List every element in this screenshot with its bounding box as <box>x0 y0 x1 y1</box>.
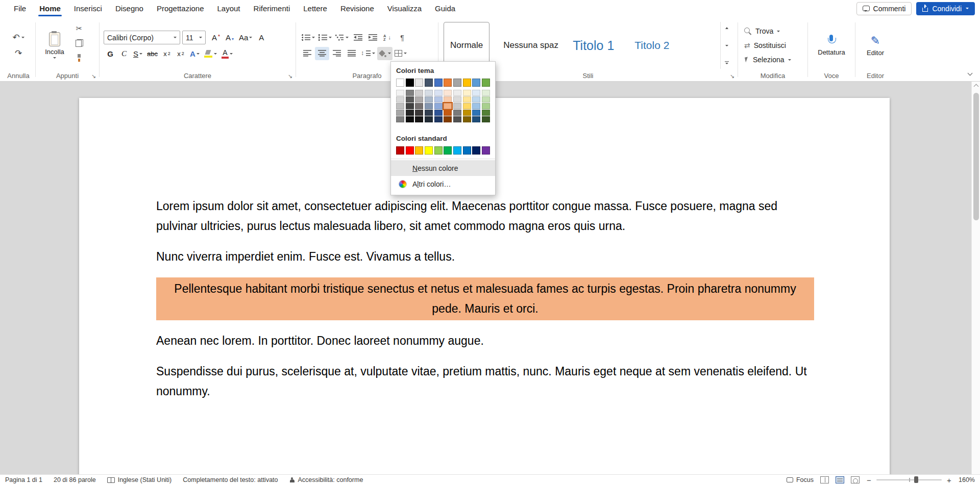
menu-tab-guida[interactable]: Guida <box>428 0 462 17</box>
more-colors-item[interactable]: Altri colori… <box>391 176 495 192</box>
shrink-font-button[interactable]: A <box>223 31 236 44</box>
clear-formatting-button[interactable]: A <box>255 31 268 44</box>
increase-indent-button[interactable] <box>365 31 380 44</box>
color-swatch[interactable] <box>406 146 414 155</box>
borders-button[interactable] <box>393 47 408 60</box>
zoom-out-button[interactable]: − <box>866 476 872 484</box>
color-swatch[interactable] <box>463 79 471 87</box>
document-paragraph[interactable]: Lorem ipsum dolor sit amet, consectetuer… <box>156 196 814 236</box>
paste-button[interactable]: Incolla <box>40 20 69 71</box>
color-swatch[interactable] <box>453 90 461 96</box>
menu-tab-progettazione[interactable]: Progettazione <box>150 0 211 17</box>
color-swatch[interactable] <box>406 90 414 96</box>
styles-scroll-down-button[interactable] <box>721 41 732 49</box>
color-swatch[interactable] <box>415 116 423 122</box>
color-swatch[interactable] <box>482 116 490 122</box>
align-center-button[interactable] <box>315 47 329 60</box>
style-nessuna-spaziatura[interactable]: Nessuna spaziatura <box>497 22 559 69</box>
color-swatch[interactable] <box>444 90 452 96</box>
scrollbar-thumb[interactable] <box>973 93 979 220</box>
color-swatch[interactable] <box>396 90 404 96</box>
style-titolo-1[interactable]: Titolo 1 <box>566 22 621 69</box>
color-swatch[interactable] <box>434 103 443 109</box>
text-effects-button[interactable]: A <box>188 47 202 60</box>
language-indicator[interactable]: Inglese (Stati Uniti) <box>107 476 172 483</box>
color-swatch[interactable] <box>406 79 414 87</box>
menu-tab-revisione[interactable]: Revisione <box>334 0 381 17</box>
print-layout-button[interactable] <box>836 476 844 483</box>
color-swatch[interactable] <box>482 146 490 155</box>
color-swatch[interactable] <box>482 103 490 109</box>
document-paragraph[interactable]: Suspendisse dui purus, scelerisque at, v… <box>156 362 814 401</box>
color-swatch[interactable] <box>444 96 452 103</box>
color-swatch[interactable] <box>415 103 423 109</box>
change-case-button[interactable]: Aa <box>237 31 254 44</box>
shading-button[interactable] <box>377 47 393 60</box>
strikethrough-button[interactable]: abc <box>145 47 160 60</box>
text-completion-indicator[interactable]: Completamento del testo: attivato <box>183 476 278 483</box>
color-swatch[interactable] <box>463 116 471 122</box>
menu-tab-inserisci[interactable]: Inserisci <box>67 0 109 17</box>
dialog-launcher-stili[interactable] <box>730 73 734 79</box>
color-swatch[interactable] <box>434 116 443 122</box>
color-swatch[interactable] <box>396 116 404 122</box>
zoom-in-button[interactable]: + <box>946 476 952 484</box>
document-paragraph[interactable]: Nunc viverra imperdiet enim. Fusce est. … <box>156 247 814 267</box>
color-swatch[interactable] <box>406 110 414 116</box>
format-painter-button[interactable] <box>71 52 87 64</box>
decrease-indent-button[interactable] <box>351 31 365 44</box>
color-swatch[interactable] <box>472 103 480 109</box>
color-swatch[interactable] <box>415 90 423 96</box>
color-swatch[interactable] <box>406 96 414 103</box>
font-size-combo[interactable]: 11 <box>182 31 206 44</box>
color-swatch[interactable] <box>453 116 461 122</box>
color-swatch[interactable] <box>472 96 480 103</box>
color-swatch[interactable] <box>425 96 433 103</box>
font-name-combo[interactable]: Calibri (Corpo) <box>104 31 180 44</box>
color-swatch[interactable] <box>415 110 423 116</box>
dialog-launcher-carattere[interactable] <box>288 73 292 79</box>
show-formatting-button[interactable] <box>395 31 409 44</box>
multilevel-list-button[interactable] <box>334 31 350 44</box>
bullet-list-button[interactable] <box>300 31 316 44</box>
color-swatch[interactable] <box>425 116 433 122</box>
color-swatch[interactable] <box>434 79 443 87</box>
color-swatch[interactable] <box>453 103 461 109</box>
font-color-button[interactable]: A <box>219 47 235 60</box>
color-swatch[interactable] <box>472 146 480 155</box>
color-swatch[interactable] <box>425 90 433 96</box>
color-swatch[interactable] <box>444 146 452 155</box>
color-swatch[interactable] <box>434 96 443 103</box>
color-swatch[interactable] <box>453 79 461 87</box>
grow-font-button[interactable]: A <box>209 31 223 44</box>
replace-button[interactable]: Sostituisci <box>742 39 803 52</box>
menu-tab-home[interactable]: Home <box>33 0 67 17</box>
select-button[interactable]: Seleziona <box>742 54 803 66</box>
menu-tab-layout[interactable]: Layout <box>211 0 247 17</box>
color-swatch[interactable] <box>463 103 471 109</box>
zoom-slider[interactable] <box>876 479 942 481</box>
undo-button[interactable] <box>8 31 29 44</box>
sort-button[interactable] <box>380 31 395 44</box>
color-swatch[interactable] <box>444 79 452 87</box>
styles-expand-button[interactable] <box>721 59 732 67</box>
document-paragraph[interactable]: Aenean nec lorem. In porttitor. Donec la… <box>156 331 814 351</box>
color-swatch[interactable] <box>425 103 433 109</box>
color-swatch[interactable] <box>434 90 443 96</box>
cut-button[interactable] <box>71 22 87 35</box>
underline-button[interactable]: S <box>131 47 144 60</box>
editor-button[interactable]: Editor <box>867 34 884 57</box>
color-swatch[interactable] <box>396 146 404 155</box>
style-titolo-2[interactable]: Titolo 2 <box>628 22 676 69</box>
menu-tab-visualizza[interactable]: Visualizza <box>381 0 428 17</box>
color-swatch[interactable] <box>463 110 471 116</box>
menu-tab-disegno[interactable]: Disegno <box>109 0 150 17</box>
numbered-list-button[interactable] <box>317 31 333 44</box>
color-swatch[interactable] <box>444 103 452 109</box>
zoom-slider-thumb[interactable] <box>914 476 918 483</box>
color-swatch[interactable] <box>472 110 480 116</box>
color-swatch[interactable] <box>396 79 404 87</box>
vertical-scrollbar[interactable] <box>971 82 980 474</box>
color-swatch[interactable] <box>482 110 490 116</box>
color-swatch[interactable] <box>463 96 471 103</box>
